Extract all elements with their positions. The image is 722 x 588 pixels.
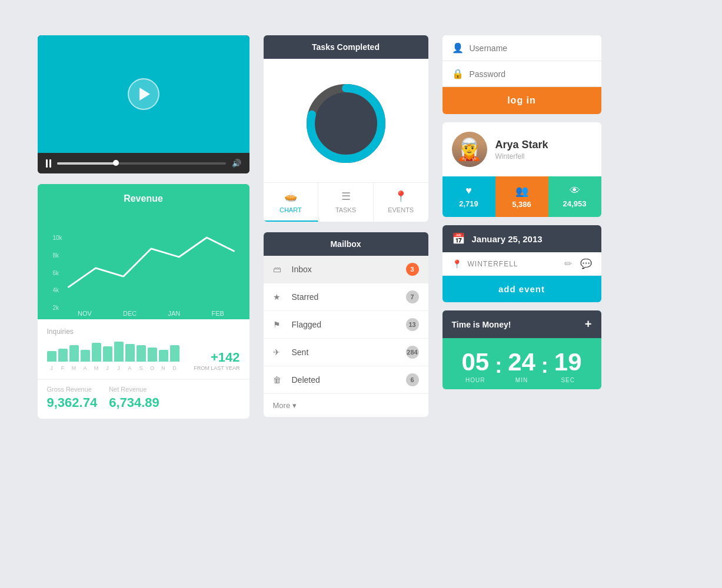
comment-icon[interactable]: 💬 <box>580 258 592 269</box>
views-value: 24,953 <box>563 199 587 208</box>
timer-hours-unit: 05 HOUR <box>461 350 489 383</box>
tasks-header: Tasks Completed <box>264 35 428 59</box>
growth-sub: FROM LAST YEAR <box>194 365 239 371</box>
video-screen[interactable] <box>38 35 249 153</box>
inq-bar <box>159 350 168 362</box>
profile-location: Winterfell <box>495 152 548 161</box>
timer-display: 05 HOUR : 24 MIN : 19 SEC <box>442 338 601 389</box>
inq-bar <box>148 348 157 362</box>
location-icon: 📍 <box>452 259 462 269</box>
timer-seconds-unit: 19 SEC <box>554 350 582 383</box>
revenue-title: Revenue <box>47 193 240 204</box>
add-event-button[interactable]: add event <box>442 276 601 302</box>
revenue-chart-area: Revenue 0 2k 4k 6k 8k 10k NOV <box>38 184 249 319</box>
calendar-icon: 📅 <box>452 232 465 245</box>
inbox-icon: 🗃 <box>273 265 286 274</box>
calendar-header: 📅 January 25, 2013 <box>442 225 601 252</box>
timer-minutes-unit: 24 MIN <box>508 350 535 383</box>
views-icon: 👁 <box>570 185 580 197</box>
revenue-chart-svg <box>62 210 240 304</box>
inq-bar <box>103 346 112 362</box>
flagged-badge: 13 <box>406 318 419 331</box>
flagged-label: Flagged <box>292 320 406 329</box>
inq-bar <box>114 342 124 362</box>
deleted-icon: 🗑 <box>273 375 286 385</box>
mail-item-flagged[interactable]: ⚑ Flagged 13 <box>264 311 428 339</box>
profile-details: Arya Stark Winterfell <box>495 139 548 161</box>
tasks-tab-icon: ☰ <box>341 190 351 203</box>
tab-chart[interactable]: 🥧 CHART <box>264 183 319 222</box>
calendar-card: 📅 January 25, 2013 📍 WINTERFELL ✏ 💬 add … <box>442 225 601 302</box>
deleted-badge: 6 <box>406 373 419 386</box>
tasks-card: Tasks Completed 79% <box>264 35 428 222</box>
donut-container: 79% <box>299 76 393 171</box>
inquiries-label: Inquiries <box>47 328 240 336</box>
starred-badge: 7 <box>406 290 419 303</box>
lock-icon: 🔒 <box>452 68 464 79</box>
y-axis-labels: 0 2k 4k 6k 8k 10k <box>53 235 62 329</box>
login-button[interactable]: log in <box>442 87 601 114</box>
inquiries-row: J F M A M J J A S O N D <box>47 340 240 371</box>
starred-icon: ★ <box>273 292 286 302</box>
password-input[interactable] <box>470 69 592 79</box>
mail-item-deleted[interactable]: 🗑 Deleted 6 <box>264 366 428 394</box>
donut-wrap: 79% <box>264 59 428 182</box>
timer-plus-button[interactable]: + <box>585 318 592 331</box>
net-revenue: Net Revenue 6,734.89 <box>109 386 159 410</box>
timer-seconds: 19 <box>554 350 582 375</box>
inq-bar <box>81 350 90 362</box>
login-card: 👤 🔒 log in <box>442 35 601 114</box>
friends-stat[interactable]: 👥 5,386 <box>495 176 548 217</box>
hearts-value: 2,719 <box>459 199 478 208</box>
mail-item-inbox[interactable]: 🗃 Inbox 3 <box>264 256 428 283</box>
month-labels: J F M A M J J A S O N D <box>47 365 179 371</box>
flagged-icon: ⚑ <box>273 320 286 329</box>
progress-bar[interactable] <box>57 162 226 165</box>
edit-icon[interactable]: ✏ <box>564 258 572 269</box>
inq-bar <box>137 345 146 362</box>
inbox-label: Inbox <box>292 265 406 274</box>
profile-card: 🧝 Arya Stark Winterfell ♥ 2,719 👥 5,386 … <box>442 122 601 217</box>
timer-sep2: : <box>538 355 552 376</box>
username-wrap: 👤 <box>442 35 601 61</box>
video-controls: 🔊 <box>38 153 249 173</box>
inq-bar <box>47 351 56 362</box>
deleted-label: Deleted <box>292 375 406 385</box>
username-input[interactable] <box>470 44 592 53</box>
inq-bar <box>92 343 101 362</box>
friends-icon: 👥 <box>515 185 528 198</box>
volume-icon[interactable]: 🔊 <box>232 159 241 168</box>
chevron-down-icon: ▾ <box>292 401 297 410</box>
starred-label: Starred <box>292 292 406 302</box>
mail-item-starred[interactable]: ★ Starred 7 <box>264 283 428 311</box>
chart-tab-icon: 🥧 <box>284 190 297 203</box>
revenue-stats: Gross Revenue 9,362.74 Net Revenue 6,734… <box>38 379 249 419</box>
inquiries-bars <box>47 340 179 362</box>
location-text: WINTERFELL <box>468 260 558 268</box>
hearts-stat[interactable]: ♥ 2,719 <box>442 176 495 217</box>
sent-icon: ✈ <box>273 348 286 357</box>
calendar-body: 📍 WINTERFELL ✏ 💬 <box>442 252 601 276</box>
avatar: 🧝 <box>452 132 487 167</box>
timer-title: Time is Money! <box>452 320 511 329</box>
mailbox-card: Mailbox 🗃 Inbox 3 ★ Starred 7 ⚑ Flagged … <box>264 232 428 417</box>
mail-more[interactable]: More ▾ <box>264 394 428 417</box>
events-tab-icon: 📍 <box>394 190 407 203</box>
timer-hours: 05 <box>461 350 489 375</box>
calendar-actions: ✏ 💬 <box>564 258 592 269</box>
inq-bar <box>58 349 68 362</box>
timer-header: Time is Money! + <box>442 310 601 338</box>
heart-icon: ♥ <box>465 185 472 197</box>
video-player: 🔊 <box>38 35 249 173</box>
mail-item-sent[interactable]: ✈ Sent 284 <box>264 339 428 366</box>
play-button[interactable] <box>128 78 159 110</box>
profile-info: 🧝 Arya Stark Winterfell <box>442 122 601 176</box>
tab-events[interactable]: 📍 EVENTS <box>374 183 428 222</box>
calendar-date: January 25, 2013 <box>472 234 543 244</box>
profile-name: Arya Stark <box>495 139 548 151</box>
pause-button[interactable] <box>46 159 51 168</box>
views-stat[interactable]: 👁 24,953 <box>548 176 601 217</box>
growth-value: +142 <box>194 350 239 365</box>
tab-tasks[interactable]: ☰ TASKS <box>318 183 374 222</box>
timer-minutes: 24 <box>508 350 535 375</box>
